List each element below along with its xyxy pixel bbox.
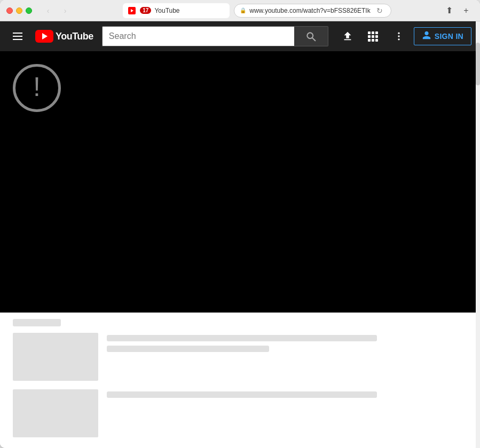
more-options-icon — [394, 31, 404, 42]
youtube-content[interactable]: ! — [0, 51, 480, 448]
skeleton-line-title-2 — [107, 391, 377, 398]
tab-title: YouTube — [154, 7, 179, 14]
minimize-button[interactable] — [16, 7, 22, 14]
hamburger-line-1 — [13, 33, 22, 34]
svg-point-6 — [398, 38, 399, 40]
new-tab-button[interactable]: + — [459, 3, 474, 18]
youtube-logo[interactable]: YouTube — [35, 30, 93, 43]
forward-button[interactable]: › — [58, 3, 73, 18]
skeleton-title — [13, 319, 61, 326]
toolbar-right: ⬆ + — [442, 3, 474, 18]
browser-tab[interactable]: 17 YouTube — [123, 3, 230, 18]
close-button[interactable] — [6, 7, 13, 14]
upload-icon — [342, 30, 353, 42]
nav-buttons: ‹ › — [41, 3, 73, 18]
svg-line-3 — [312, 38, 315, 41]
refresh-button[interactable]: ↻ — [374, 5, 385, 17]
apps-grid-icon — [368, 31, 378, 42]
sign-in-button[interactable]: SIGN IN — [414, 27, 471, 45]
sign-in-icon — [422, 30, 431, 42]
hamburger-menu-button[interactable] — [9, 28, 27, 44]
youtube-header: YouTube — [0, 21, 480, 51]
browser-window: ‹ › 17 YouTube 🔒 www.youtube.com/watch?v… — [0, 0, 480, 448]
hamburger-line-2 — [13, 36, 22, 37]
error-exclamation: ! — [33, 74, 41, 100]
url-text: www.youtube.com/watch?v=bFSS826ETIk — [249, 7, 370, 14]
svg-point-4 — [398, 33, 399, 34]
video-player[interactable]: ! — [0, 51, 480, 313]
header-right-actions: SIGN IN — [337, 26, 471, 47]
svg-point-5 — [398, 35, 399, 37]
more-options-button[interactable] — [388, 26, 410, 47]
search-icon — [305, 31, 316, 42]
upload-button[interactable] — [337, 26, 358, 47]
video-thumbnail-2 — [13, 389, 98, 437]
share-button[interactable]: ⬆ — [442, 3, 457, 18]
search-container — [102, 26, 328, 46]
video-info-2 — [107, 389, 467, 437]
video-error-icon: ! — [13, 64, 61, 112]
search-input[interactable] — [102, 26, 294, 46]
youtube-page: YouTube — [0, 21, 480, 448]
address-bar[interactable]: 🔒 www.youtube.com/watch?v=bFSS826ETIk ↻ — [234, 4, 391, 18]
skeleton-line-meta-1 — [107, 346, 269, 352]
back-button[interactable]: ‹ — [41, 3, 56, 18]
traffic-lights — [6, 7, 32, 14]
play-triangle — [42, 33, 48, 39]
tab-notification-badge: 17 — [140, 7, 151, 14]
title-bar: ‹ › 17 YouTube 🔒 www.youtube.com/watch?v… — [0, 0, 480, 21]
video-card-1[interactable] — [13, 333, 467, 381]
skeleton-line-title-1 — [107, 335, 377, 341]
scrollbar-thumb[interactable] — [476, 43, 480, 85]
apps-button[interactable] — [363, 26, 384, 47]
video-thumbnail-1 — [13, 333, 98, 381]
video-info-section — [0, 313, 480, 437]
lock-icon: 🔒 — [240, 7, 246, 13]
tab-favicon — [128, 7, 136, 14]
youtube-logo-icon — [35, 30, 53, 43]
maximize-button[interactable] — [26, 7, 32, 14]
youtube-logo-text: YouTube — [56, 31, 93, 42]
hamburger-line-3 — [13, 39, 22, 40]
search-button[interactable] — [294, 26, 328, 46]
video-card-2[interactable] — [13, 389, 467, 437]
tab-bar: 17 YouTube 🔒 www.youtube.com/watch?v=bFS… — [77, 3, 437, 18]
scrollbar[interactable] — [476, 21, 480, 448]
sign-in-label: SIGN IN — [435, 32, 463, 41]
video-info-1 — [107, 333, 467, 381]
